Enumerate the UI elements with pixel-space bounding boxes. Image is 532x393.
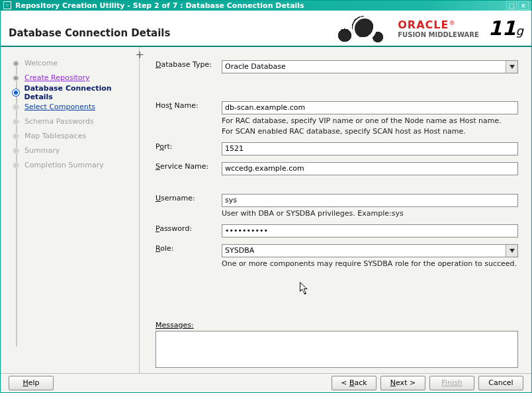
brand-fusion: FUSION MIDDLEWARE — [398, 31, 479, 38]
role-hint: One or more components may require SYSDB… — [222, 259, 518, 268]
host-hint2: For SCAN enabled RAC database, specify S… — [222, 127, 518, 136]
body: + Welcome Create Repository Database Con… — [1, 47, 531, 373]
step-summary: Summary — [13, 144, 134, 158]
steps-sidebar: + Welcome Create Repository Database Con… — [1, 47, 140, 373]
sysmenu-icon[interactable]: ◦ — [3, 1, 11, 9]
service-label: Service Name: — [155, 162, 222, 171]
page-title: Database Connection Details — [9, 27, 170, 39]
step-welcome[interactable]: Welcome — [13, 56, 134, 71]
role-label: Role: — [155, 244, 222, 253]
password-input[interactable] — [222, 224, 518, 238]
svg-marker-1 — [510, 249, 515, 253]
step-db-connection[interactable]: Database Connection Details — [13, 85, 134, 100]
maximize-icon[interactable]: □ — [506, 1, 517, 10]
password-label: Password: — [155, 224, 222, 233]
brand-text: ORACLE® FUSION MIDDLEWARE — [398, 19, 479, 38]
username-hint: User with DBA or SYSDBA privileges. Exam… — [222, 209, 518, 218]
branding: ORACLE® FUSION MIDDLEWARE 11g — [326, 11, 523, 46]
host-label: Host Name: — [155, 101, 222, 110]
form-area: Database Type: Oracle Database Host Name… — [140, 47, 531, 373]
cursor-icon — [300, 282, 309, 297]
step-map-tablespaces: Map Tablespaces — [13, 129, 134, 144]
footer: Help < Back Next > Finish Cancel — [1, 373, 531, 392]
gears-icon — [326, 11, 392, 46]
brand-version: 11g — [488, 17, 523, 40]
messages-box[interactable] — [155, 331, 518, 368]
titlebar[interactable]: ◦ Repository Creation Utility - Step 2 o… — [1, 1, 531, 11]
port-label: Port: — [155, 142, 222, 151]
service-input[interactable] — [222, 162, 518, 175]
window-title: Repository Creation Utility - Step 2 of … — [15, 1, 505, 10]
username-label: Username: — [155, 194, 222, 202]
close-icon[interactable]: × — [518, 1, 529, 10]
step-select-components[interactable]: Select Components — [13, 100, 134, 114]
db-type-label: Database Type: — [155, 60, 222, 69]
step-schema-passwords: Schema Passwords — [13, 114, 134, 129]
host-hint1: For RAC database, specify VIP name or on… — [222, 116, 518, 125]
step-completion-summary: Completion Summary — [13, 158, 134, 173]
svg-marker-0 — [510, 65, 515, 69]
port-input[interactable] — [222, 142, 518, 155]
chevron-down-icon[interactable] — [506, 61, 517, 73]
header: Database Connection Details ORACLE® FUSI… — [1, 11, 531, 47]
username-input[interactable] — [222, 194, 518, 207]
back-button[interactable]: < Back — [332, 376, 377, 390]
db-type-select[interactable]: Oracle Database — [222, 60, 518, 73]
host-input[interactable] — [222, 101, 518, 114]
brand-oracle: ORACLE — [398, 19, 449, 31]
cancel-button[interactable]: Cancel — [478, 376, 523, 390]
window-root: ◦ Repository Creation Utility - Step 2 o… — [0, 0, 532, 393]
next-button[interactable]: Next > — [380, 376, 425, 390]
step-create-repository[interactable]: Create Repository — [13, 71, 134, 85]
finish-button: Finish — [429, 376, 474, 390]
role-select[interactable]: SYSDBA — [222, 244, 518, 257]
help-button[interactable]: Help — [9, 376, 54, 390]
messages-label: Messages: — [155, 321, 518, 329]
chevron-down-icon[interactable] — [506, 245, 517, 257]
